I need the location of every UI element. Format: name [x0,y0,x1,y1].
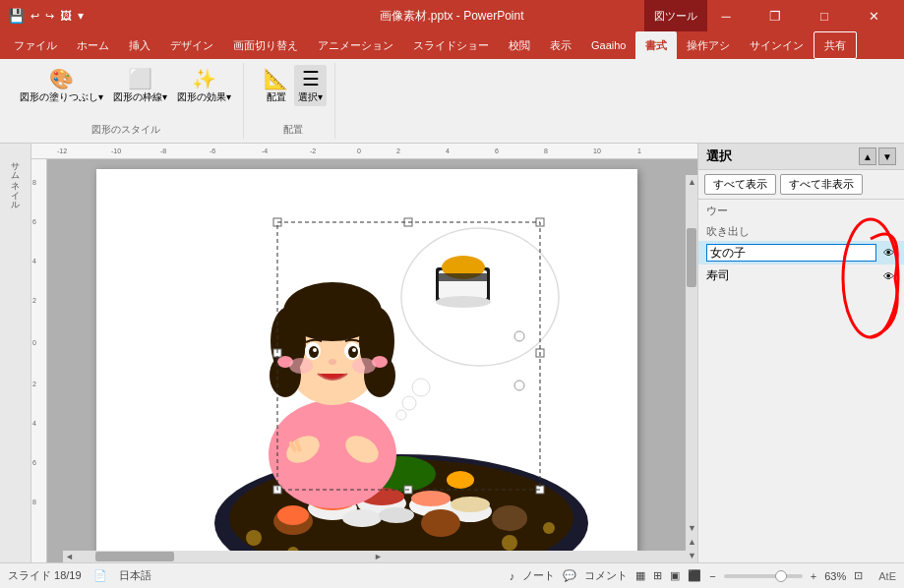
ruler-tick-8: 2 [396,147,400,154]
eye-shine-left [313,348,317,352]
shrimp-1 [411,491,451,506]
thought-dot-1 [396,410,406,420]
hscroll-right-btn[interactable]: ► [372,552,385,561]
tab-design[interactable]: デザイン [160,31,223,59]
panel-item-girl[interactable]: 👁 [698,241,904,265]
restore-button[interactable]: ❐ [753,0,798,31]
vruler-tick-3: 4 [32,258,36,265]
canvas-wrapper: -12 -10 -8 -6 -4 -2 0 2 4 6 8 10 1 8 6 4… [31,144,697,562]
arrange-btn[interactable]: 📐 配置 [260,65,292,106]
selection-pane-btn[interactable]: ☰ 選択▾ [294,65,327,106]
titlebar-left: 💾 ↩ ↪ 🖼 ▾ [8,8,84,24]
scroll-down-btn[interactable]: ▼ [686,521,697,535]
tab-view[interactable]: 表示 [540,31,581,59]
zoom-thumb[interactable] [775,570,787,582]
orange-1 [447,471,474,489]
tab-slideshow[interactable]: スライドショー [403,31,499,59]
view-slide-icon[interactable]: ⊞ [653,569,662,582]
selection-pane-icon: ☰ [302,67,320,90]
fit-btn[interactable]: ⊡ [854,569,863,582]
view-reading-icon[interactable]: ▣ [670,569,680,582]
shape-outline-btn[interactable]: ⬜ 図形の枠線▾ [109,65,171,106]
panel-section-fukidashi: 吹き出し [698,220,904,241]
hide-all-btn[interactable]: すべて非表示 [780,174,863,195]
tab-animations[interactable]: アニメーション [308,31,403,59]
selection-pane: 選択 ▲ ▼ すべて表示 すべて非表示 ウー 吹き出し [697,144,904,562]
ribbon-group-insert: 🎨 図形の塗りつぶし▾ ⬜ 図形の枠線▾ ✨ 図形の効果▾ 図形のスタイル [8,63,244,139]
panel-down-btn[interactable]: ▼ [878,147,896,165]
note-label[interactable]: ノート [522,568,555,583]
redo-icon[interactable]: ↪ [45,10,54,23]
white-fish [342,509,382,527]
egg-1 [451,497,490,512]
ruler-tick-12: 10 [593,147,601,154]
panel-wu-label: ウー [698,200,904,220]
scroll-down2-btn[interactable]: ▼ [686,549,697,562]
scroll-up-btn[interactable]: ▲ [686,175,697,189]
view-normal-icon[interactable]: ▦ [635,569,645,582]
powerpoint-icon: 💾 [8,8,25,24]
roll-2 [421,509,460,537]
ruler-tick-4: -6 [210,147,215,154]
tab-file[interactable]: ファイル [4,31,67,59]
vruler-tick-7: 4 [32,420,36,427]
tab-transitions[interactable]: 画面切り替え [223,31,308,59]
maximize-button[interactable]: □ [802,0,847,31]
slide-info-icon: 📄 [93,569,107,582]
vertical-scrollbar[interactable]: ▲ ▼ ▲ ▼ [686,175,697,562]
tab-format[interactable]: 書式 [635,31,677,59]
tab-review[interactable]: 校閲 [499,31,540,59]
panel-up-btn[interactable]: ▲ [859,147,876,165]
hscroll-thumb[interactable] [95,552,174,561]
zoom-in-btn[interactable]: + [811,570,816,582]
cheek-left [289,358,313,374]
vscroll-thumb[interactable] [687,228,696,287]
comment-label[interactable]: コメント [584,568,628,583]
slide-canvas [96,169,637,562]
tab-insert[interactable]: 挿入 [119,31,160,59]
sushi-visibility-icon[interactable]: 👁 [880,268,896,284]
mid-handle-extra[interactable] [514,331,524,341]
ruler-tick-6: -2 [310,147,316,154]
vruler-tick-2: 6 [32,218,36,225]
hscroll-left-btn[interactable]: ◄ [63,552,76,561]
vruler-tick-8: 6 [32,459,36,466]
zoom-slider[interactable] [724,574,803,578]
panel-toolbar: すべて表示 すべて非表示 [698,170,904,200]
shape-effect-btn[interactable]: ✨ 図形の効果▾ [173,65,235,106]
girl-visibility-icon[interactable]: 👁 [880,245,896,261]
scroll-up2-btn[interactable]: ▲ [686,535,697,549]
panel-item-sushi[interactable]: 寿司 👁 [698,265,904,287]
ruler-tick-11: 8 [544,147,548,154]
quick-access-icon[interactable]: 🖼 [60,9,72,23]
eye-shine-right [352,348,356,352]
canvas-scroll[interactable]: ▲ ▼ ▲ ▼ ◄ ► [47,159,697,562]
tab-assistant[interactable]: 操作アシ [677,31,740,59]
shape-outline-icon: ⬜ [128,67,152,90]
mid-handle-extra-2[interactable] [514,381,524,390]
statusbar-right: ♪ ノート 💬 コメント ▦ ⊞ ▣ ⬛ − + 63% ⊡ AtE [510,568,896,583]
panel-item-girl-input[interactable] [706,244,876,262]
dropdown-icon[interactable]: ▾ [78,9,84,23]
shape-fill-icon: 🎨 [49,67,74,90]
tab-gaaiho[interactable]: Gaaiho [581,31,635,59]
titlebar: 💾 ↩ ↪ 🖼 ▾ 画像素材.pptx - PowerPoint 図ツール ─ … [0,0,904,31]
statusbar: スライド 18/19 📄 日本語 ♪ ノート 💬 コメント ▦ ⊞ ▣ ⬛ − … [0,562,904,588]
minimize-button[interactable]: ─ [703,0,749,31]
zoom-out-btn[interactable]: − [709,570,715,582]
show-all-btn[interactable]: すべて表示 [704,174,776,195]
horizontal-scrollbar[interactable]: ◄ ► [63,551,686,562]
tab-signin[interactable]: サインイン [740,31,814,59]
shape-fill-btn[interactable]: 🎨 図形の塗りつぶし▾ [16,65,107,106]
zoom-level: 63% [824,570,846,582]
tab-share[interactable]: 共有 [814,31,857,59]
view-present-icon[interactable]: ⬛ [688,569,701,582]
shape-outline-label: 図形の枠線▾ [113,90,167,104]
panel-item-sushi-label: 寿司 [706,267,876,284]
selection-pane-label: 選択▾ [298,90,323,104]
thumbnail-panel: サムネイル [0,144,31,562]
tab-home[interactable]: ホーム [67,31,119,59]
undo-icon[interactable]: ↩ [30,10,39,23]
close-button[interactable]: ✕ [851,0,896,31]
comment-icon: 💬 [563,569,576,582]
